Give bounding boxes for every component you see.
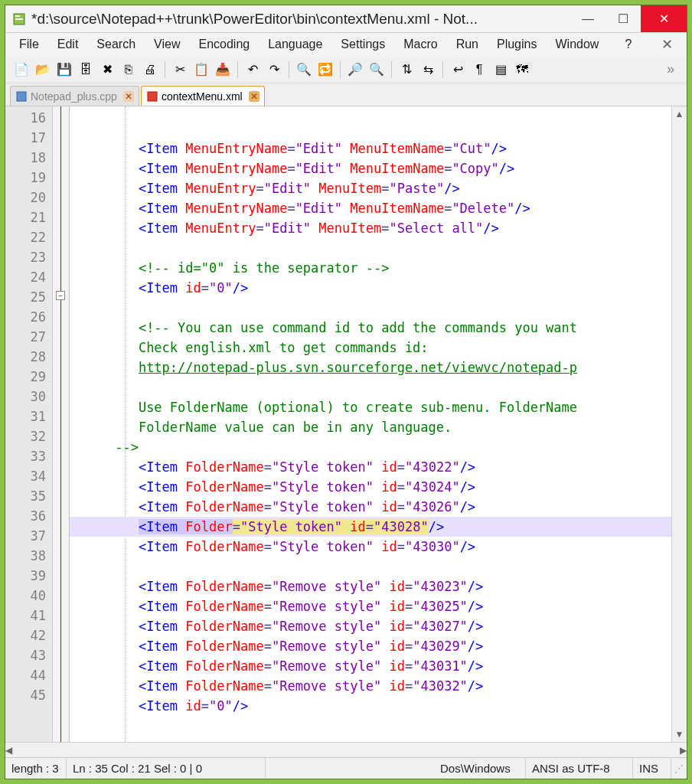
- code-line[interactable]: <Item FolderName="Style token" id="43024…: [70, 477, 671, 497]
- tab-notepad_plus-cpp[interactable]: Notepad_plus.cpp✕: [10, 86, 139, 106]
- show-all-icon[interactable]: ¶: [469, 60, 489, 80]
- wrap-icon[interactable]: ↩: [448, 60, 468, 80]
- scroll-left-icon[interactable]: ◀: [5, 743, 12, 758]
- menu-macro[interactable]: Macro: [396, 34, 445, 54]
- scroll-up-icon[interactable]: ▲: [672, 106, 687, 122]
- code-line[interactable]: <Item FolderName="Style token" id="43026…: [70, 497, 671, 517]
- code-line[interactable]: <Item FolderName="Remove style" id="4302…: [70, 577, 671, 596]
- tab-close-icon[interactable]: ✕: [123, 91, 134, 102]
- undo-icon[interactable]: ↶: [243, 60, 263, 80]
- minimize-button[interactable]: —: [570, 5, 606, 32]
- menu-run[interactable]: Run: [449, 34, 486, 54]
- maximize-button[interactable]: ☐: [606, 5, 641, 32]
- code-line[interactable]: <Item MenuEntryName="Edit" MenuItemName=…: [70, 139, 671, 158]
- code-line[interactable]: <Item FolderName="Remove style" id="4302…: [70, 636, 671, 656]
- copy-icon[interactable]: 📋: [191, 60, 211, 80]
- code-line[interactable]: [70, 238, 671, 258]
- code-line[interactable]: Check english.xml to get commands id:: [70, 338, 671, 358]
- code-line[interactable]: <Item MenuEntry="Edit" MenuItem="Select …: [70, 218, 671, 238]
- code-line[interactable]: <Item MenuEntryName="Edit" MenuItemName=…: [70, 158, 671, 178]
- toolbar-separator: [442, 61, 443, 78]
- menu-search[interactable]: Search: [89, 34, 143, 54]
- vertical-scrollbar[interactable]: ▲ ▼: [671, 106, 687, 742]
- tab-contextmenu-xml[interactable]: contextMenu.xml✕: [141, 86, 265, 106]
- menu-settings[interactable]: Settings: [333, 34, 393, 54]
- scroll-h-track[interactable]: [12, 743, 680, 757]
- code-line[interactable]: <Item id="0"/>: [70, 278, 671, 298]
- code-line[interactable]: <Item FolderName="Remove style" id="4302…: [70, 596, 671, 616]
- code-line[interactable]: <Item FolderName="Remove style" id="4302…: [70, 616, 671, 636]
- save-all-icon[interactable]: 🗄: [76, 60, 96, 80]
- line-number: 30: [5, 387, 52, 407]
- close-button[interactable]: ✕: [641, 5, 687, 32]
- fold-toggle[interactable]: −: [56, 291, 65, 300]
- menu-encoding[interactable]: Encoding: [191, 34, 257, 54]
- doc-map-icon[interactable]: 🗺: [512, 60, 532, 80]
- svg-rect-2: [15, 18, 23, 20]
- menu-plugins[interactable]: Plugins: [489, 34, 544, 54]
- status-encoding[interactable]: ANSI as UTF-8: [526, 758, 633, 779]
- toolbar-overflow[interactable]: »: [661, 61, 681, 77]
- indent-guide-icon[interactable]: ▤: [491, 60, 511, 80]
- sync-v-icon[interactable]: ⇅: [397, 60, 416, 80]
- resize-grip[interactable]: ⋰: [671, 763, 687, 774]
- scroll-down-icon[interactable]: ▼: [672, 727, 687, 742]
- code-line[interactable]: [70, 298, 671, 318]
- line-number: 16: [5, 108, 52, 128]
- zoom-out-icon[interactable]: 🔍: [367, 60, 387, 80]
- modified-marker: [60, 106, 61, 742]
- close-all-icon[interactable]: ⎘: [119, 60, 139, 80]
- find-icon[interactable]: 🔍: [294, 60, 314, 80]
- tab-label: contextMenu.xml: [162, 90, 243, 103]
- new-icon[interactable]: 📄: [11, 60, 31, 80]
- paste-icon[interactable]: 📥: [213, 60, 233, 80]
- print-icon[interactable]: 🖨: [140, 60, 160, 80]
- code-area[interactable]: <Item MenuEntryName="Edit" MenuItemName=…: [70, 106, 671, 742]
- open-icon[interactable]: 📂: [33, 60, 53, 80]
- redo-icon[interactable]: ↷: [264, 60, 284, 80]
- code-line[interactable]: <Item Folder="Style token" id="43028"/>: [70, 517, 671, 537]
- code-line[interactable]: -->: [70, 437, 671, 457]
- code-line[interactable]: <Item FolderName="Remove style" id="4303…: [70, 676, 671, 696]
- code-line[interactable]: [70, 557, 671, 577]
- code-line[interactable]: [70, 377, 671, 397]
- code-line[interactable]: [70, 716, 671, 736]
- app-icon: [11, 11, 27, 27]
- toolbar-separator: [289, 61, 289, 78]
- menu-edit[interactable]: Edit: [50, 34, 86, 54]
- replace-icon[interactable]: 🔁: [315, 60, 335, 80]
- menu-file[interactable]: File: [11, 34, 47, 54]
- code-line[interactable]: <Item FolderName="Remove style" id="4303…: [70, 656, 671, 676]
- close-icon[interactable]: ✖: [97, 60, 117, 80]
- code-line[interactable]: <Item MenuEntryName="Edit" MenuItemName=…: [70, 198, 671, 218]
- code-line[interactable]: Use FolderName (optional) to create sub-…: [70, 397, 671, 417]
- code-line[interactable]: <Item id="0"/>: [70, 696, 671, 716]
- menu-language[interactable]: Language: [260, 34, 330, 54]
- code-line[interactable]: <Item FolderName="Style token" id="43022…: [70, 457, 671, 477]
- code-line[interactable]: <!-- id="0" is the separator -->: [70, 258, 671, 278]
- cut-icon[interactable]: ✂: [170, 60, 190, 80]
- status-mode[interactable]: INS: [633, 758, 671, 779]
- code-line[interactable]: <Item FolderName="Style token" id="43030…: [70, 537, 671, 557]
- line-number: 19: [5, 168, 52, 188]
- window-controls: — ☐ ✕: [570, 5, 687, 32]
- menu-doc-close[interactable]: ✕: [654, 36, 681, 53]
- menu-window[interactable]: Window: [547, 34, 606, 54]
- code-line[interactable]: <!-- You can use command id to add the c…: [70, 318, 671, 338]
- zoom-in-icon[interactable]: 🔎: [345, 60, 365, 80]
- scroll-track[interactable]: [672, 122, 687, 727]
- tab-close-icon[interactable]: ✕: [249, 91, 260, 102]
- sync-h-icon[interactable]: ⇆: [418, 60, 438, 80]
- menu-view[interactable]: View: [146, 34, 188, 54]
- line-number: 40: [5, 586, 52, 606]
- scroll-right-icon[interactable]: ▶: [680, 743, 687, 758]
- menu-help[interactable]: ?: [617, 34, 639, 54]
- code-line[interactable]: <Item MenuEntry="Edit" MenuItem="Paste"/…: [70, 178, 671, 198]
- fold-margin: −: [53, 106, 70, 742]
- save-icon[interactable]: 💾: [54, 60, 74, 80]
- horizontal-scrollbar[interactable]: ◀ ▶: [5, 742, 687, 757]
- code-line[interactable]: FolderName value can be in any language.: [70, 417, 671, 437]
- editor: 1617181920212223242526272829303132333435…: [5, 106, 687, 742]
- code-line[interactable]: http://notepad-plus.svn.sourceforge.net/…: [70, 358, 671, 377]
- status-eol[interactable]: Dos\Windows: [434, 758, 526, 779]
